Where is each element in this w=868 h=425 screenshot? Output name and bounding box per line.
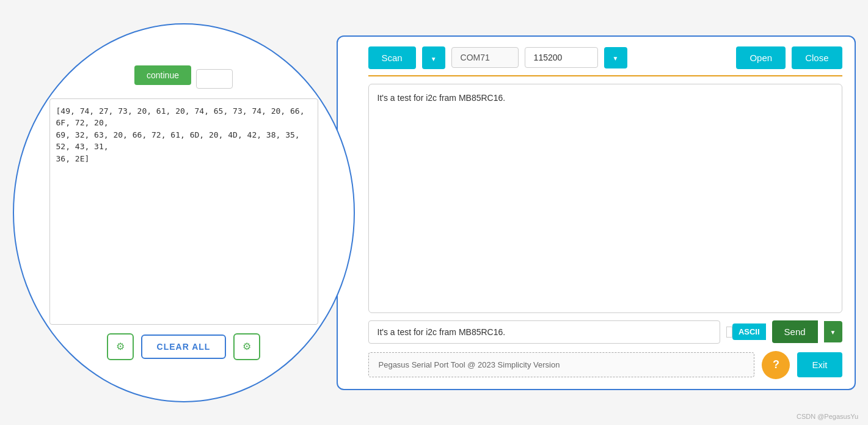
- send-dropdown-button[interactable]: ▼: [824, 321, 842, 342]
- continue-wrapper: continue: [134, 65, 233, 92]
- left-panel: continue ⚙ CLEAR ALL ⚙: [13, 23, 355, 402]
- close-button[interactable]: Close: [792, 46, 842, 69]
- continue-button[interactable]: continue: [134, 65, 191, 85]
- ascii-wrapper: ASCII: [726, 323, 766, 340]
- data-display-area[interactable]: [49, 98, 318, 325]
- baud-dropdown-arrow-icon: ▼: [613, 55, 619, 62]
- right-panel: Scan ▼ ▼ Open Close It's a test for i2c …: [337, 35, 856, 390]
- send-input[interactable]: [368, 320, 720, 344]
- help-button[interactable]: ?: [762, 351, 790, 379]
- ascii-badge: ASCII: [732, 323, 766, 340]
- send-dropdown-arrow-icon: ▼: [830, 329, 836, 336]
- main-container: continue ⚙ CLEAR ALL ⚙ Scan ▼ ▼ O: [13, 17, 856, 408]
- status-box: Pegasus Serial Port Tool @ 2023 Simplici…: [368, 352, 755, 377]
- settings-left-icon: ⚙: [116, 341, 125, 352]
- bottom-controls: ⚙ CLEAR ALL ⚙: [107, 333, 261, 360]
- watermark: CSDN @PegasusYu: [797, 413, 858, 420]
- settings-left-button[interactable]: ⚙: [107, 333, 134, 360]
- settings-right-icon: ⚙: [243, 341, 251, 352]
- baud-dropdown-button[interactable]: ▼: [604, 47, 627, 68]
- exit-button[interactable]: Exit: [797, 352, 842, 377]
- clear-all-button[interactable]: CLEAR ALL: [141, 334, 227, 359]
- scan-dropdown-arrow-icon: ▼: [431, 56, 437, 62]
- receive-area: It's a test for i2c fram MB85RC16.: [368, 84, 842, 313]
- port-input[interactable]: [451, 47, 519, 68]
- send-button[interactable]: Send: [772, 320, 818, 343]
- status-text: Pegasus Serial Port Tool @ 2023 Simplici…: [379, 360, 560, 369]
- toolbar: Scan ▼ ▼ Open Close: [368, 46, 842, 76]
- scan-button[interactable]: Scan: [368, 46, 416, 69]
- settings-right-button[interactable]: ⚙: [233, 333, 260, 360]
- send-row: ASCII Send ▼: [368, 320, 842, 344]
- open-button[interactable]: Open: [736, 46, 786, 69]
- bottom-bar: Pegasus Serial Port Tool @ 2023 Simplici…: [368, 351, 842, 379]
- ascii-box: [726, 327, 732, 338]
- scan-dropdown-button[interactable]: ▼: [422, 46, 445, 69]
- help-icon: ?: [773, 358, 779, 371]
- receive-content: It's a test for i2c fram MB85RC16.: [377, 93, 506, 103]
- baud-input[interactable]: [525, 47, 598, 68]
- continue-input[interactable]: [196, 69, 233, 89]
